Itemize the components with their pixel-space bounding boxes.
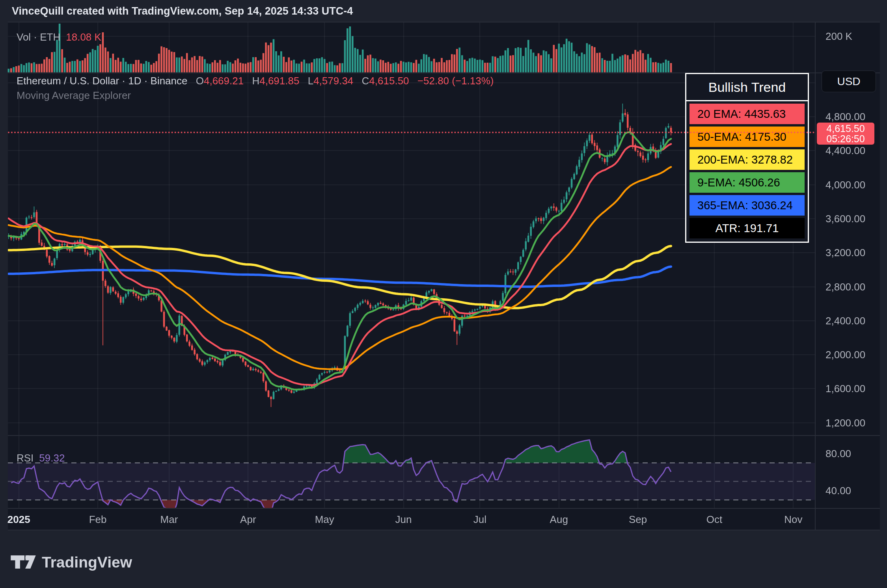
rsi-legend[interactable]: RSI59.32 (17, 452, 65, 464)
time-axis-month-label: Nov (784, 514, 802, 525)
legend-row-ema365: 365-EMA: 3036.24 (689, 195, 805, 216)
price-axis-label: 3,200.00 (826, 247, 865, 259)
legend-row-atr: ATR: 191.71 (689, 218, 805, 238)
price-axis-label: 2,000.00 (826, 349, 865, 361)
price-axis-label: 3,600.00 (826, 213, 865, 225)
legend-row-ema20: 20 EMA: 4435.63 (689, 104, 805, 124)
symbol-title[interactable]: Ethereum / U.S. Dollar · 1D · Binance (17, 75, 188, 87)
open-label: O (196, 75, 204, 87)
change-value: −52.80 (−1.13%) (417, 75, 494, 87)
price-axis-label: 4,000.00 (826, 179, 865, 191)
time-axis-month-label: Jul (473, 514, 486, 525)
indicator-label[interactable]: Moving Average Explorer (17, 89, 131, 102)
time-axis-month-label: Sep (629, 514, 647, 525)
rsi-label: RSI (17, 452, 34, 464)
price-axis-label: 2,400.00 (826, 315, 865, 327)
close-value: 4,615.50 (369, 75, 409, 87)
price-axis-label: 1,600.00 (826, 383, 865, 394)
high-value: 4,691.85 (259, 75, 299, 87)
rsi-axis-label: 80.00 (826, 448, 851, 460)
time-axis-month-label: Apr (240, 514, 256, 525)
tradingview-chart-screenshot: VinceQuill created with TradingView.com,… (0, 0, 887, 588)
header-title: VinceQuill created with TradingView.com,… (12, 0, 353, 22)
time-axis-month-label: Jun (395, 514, 412, 525)
trend-legend-title: Bullish Trend (686, 74, 808, 101)
time-axis-month-label: Oct (706, 514, 722, 525)
high-label: H (252, 75, 259, 87)
last-price-dotted-line (8, 132, 815, 133)
time-axis-month-label: Feb (89, 514, 107, 525)
time-axis-month-label: May (315, 514, 334, 525)
symbol-ohlc-row[interactable]: Ethereum / U.S. Dollar · 1D · Binance O4… (17, 75, 494, 87)
volume-legend[interactable]: Vol · ETH18.08 K (17, 31, 101, 43)
open-value: 4,669.21 (204, 75, 244, 87)
volume-axis-label: 200 K (826, 30, 852, 42)
last-price-bubble: 4,615.50 05:26:50 (817, 123, 874, 145)
legend-row-ema50: 50-EMA: 4175.30 (689, 127, 805, 147)
price-axis-label: 4,400.00 (826, 145, 865, 156)
low-label: L (308, 75, 313, 87)
bar-countdown: 05:26:50 (817, 134, 874, 144)
volume-value: 18.08 K (66, 31, 101, 43)
price-axis-label: 1,200.00 (826, 417, 865, 429)
price-axis-label: 2,800.00 (826, 281, 865, 293)
volume-label: Vol · ETH (17, 31, 60, 43)
low-value: 4,579.34 (313, 75, 353, 87)
rsi-axis-label: 40.00 (826, 485, 851, 497)
header-bar: VinceQuill created with TradingView.com,… (0, 0, 887, 22)
rsi-value: 59.32 (39, 452, 65, 464)
legend-row-ema9: 9-EMA: 4506.26 (689, 172, 805, 193)
time-axis-month-label: Mar (160, 514, 178, 525)
currency-button[interactable]: USD (822, 71, 876, 92)
time-axis-year-label: 2025 (7, 514, 30, 525)
footer-bar (0, 530, 887, 588)
price-axis-label: 4,800.00 (826, 111, 865, 123)
time-axis-month-label: Aug (550, 514, 568, 525)
trend-legend-panel: Bullish Trend 20 EMA: 4435.63 50-EMA: 41… (685, 73, 809, 243)
legend-row-ema200: 200-EMA: 3278.82 (689, 149, 805, 170)
close-label: C (362, 75, 369, 87)
last-price-value: 4,615.50 (817, 123, 874, 134)
